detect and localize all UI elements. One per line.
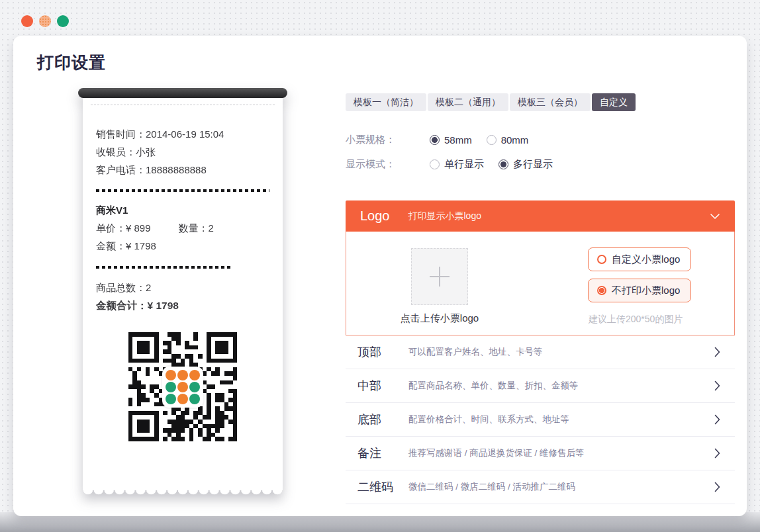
chevron-right-icon — [714, 448, 720, 459]
chevron-right-icon — [714, 380, 720, 391]
settings-panel: 模板一（简洁） 模板二（通用） 模板三（会员） 自定义 小票规格： 58mm 8… — [346, 93, 735, 504]
radio-selected-icon — [597, 286, 606, 295]
upload-hint: 建议上传200*50的图片 — [589, 314, 683, 326]
radio-unselected-icon — [597, 255, 606, 264]
radio-single-line[interactable]: 单行显示 — [430, 158, 484, 171]
green-dot-icon — [166, 394, 176, 404]
display-mode-row: 显示模式： 单行显示 多行显示 — [346, 152, 567, 177]
section-row-notes[interactable]: 备注 推荐写感谢语 / 商品退换货保证 / 维修售后等 — [346, 437, 735, 470]
radio-unselected-icon — [430, 159, 440, 169]
logo-section-subtitle: 打印显示小票logo — [408, 210, 481, 222]
section-list: 顶部 可以配置客户姓名、地址、卡号等 中部 配置商品名称、单价、数量、折扣、金额… — [346, 335, 735, 504]
chevron-down-icon[interactable] — [710, 213, 720, 220]
logo-upload-box[interactable] — [411, 248, 468, 305]
receipt-sale-time: 销售时间：2014-06-19 15:04 — [96, 125, 269, 143]
green-dot-icon — [189, 382, 200, 392]
brand-logo-icon — [162, 367, 203, 408]
section-row-top[interactable]: 顶部 可以配置客户姓名、地址、卡号等 — [346, 335, 735, 369]
qr-code — [128, 332, 238, 441]
section-row-middle[interactable]: 中部 配置商品名称、单价、数量、折扣、金额等 — [346, 369, 735, 403]
receipt-price-row: 单价：¥ 899 数量：2 — [96, 219, 269, 237]
plus-icon — [430, 267, 450, 287]
page-title: 打印设置 — [37, 52, 106, 73]
radio-selected-icon — [430, 135, 440, 145]
section-row-qrcode[interactable]: 二维码 微信二维码 / 微店二维码 / 活动推广二维码 — [346, 470, 735, 504]
tab-template-1[interactable]: 模板一（简洁） — [346, 93, 426, 111]
orange-dot-icon — [177, 394, 188, 404]
orange-dot-icon — [177, 382, 188, 392]
receipt-tear-line — [91, 105, 275, 105]
chevron-right-icon — [714, 414, 720, 425]
upload-caption: 点击上传小票logo — [376, 312, 503, 325]
orange-dot-icon — [166, 370, 176, 380]
receipt-phone: 客户电话：18888888888 — [96, 161, 269, 179]
receipt-item-name: 商米V1 — [96, 201, 269, 219]
receipt-paper: 销售时间：2014-06-19 15:04 收银员：小张 客户电话：188888… — [83, 93, 283, 490]
window-zoom-icon[interactable] — [57, 15, 69, 27]
window-minimize-icon[interactable] — [39, 15, 51, 27]
logo-section-title: Logo — [360, 208, 390, 224]
form-rows: 小票规格： 58mm 80mm 显示模式： 单行显示 多行显示 — [346, 128, 567, 177]
receipt-divider — [96, 189, 269, 192]
radio-multi-line[interactable]: 多行显示 — [499, 158, 553, 171]
window-close-icon[interactable] — [21, 15, 33, 27]
window-traffic-lights — [21, 15, 69, 27]
display-mode-label: 显示模式： — [346, 158, 430, 171]
orange-dot-icon — [189, 370, 200, 380]
option-custom-logo[interactable]: 自定义小票logo — [588, 247, 691, 271]
tab-template-2[interactable]: 模板二（通用） — [428, 93, 508, 111]
radio-unselected-icon — [487, 135, 497, 145]
printer-slot — [78, 88, 287, 98]
receipt-total-count: 商品总数：2 — [96, 279, 269, 296]
chevron-right-icon — [714, 482, 720, 492]
radio-58mm[interactable]: 58mm — [430, 134, 472, 146]
tab-template-3[interactable]: 模板三（会员） — [510, 93, 591, 111]
paper-spec-row: 小票规格： 58mm 80mm — [346, 128, 567, 152]
section-row-bottom[interactable]: 底部 配置价格合计、时间、联系方式、地址等 — [346, 403, 735, 437]
template-tabs: 模板一（简洁） 模板二（通用） 模板三（会员） 自定义 — [346, 93, 636, 111]
tab-custom[interactable]: 自定义 — [592, 93, 636, 111]
chevron-right-icon — [714, 347, 720, 357]
receipt-total-amount: 金额合计：¥ 1798 — [96, 296, 269, 314]
receipt-cashier: 收银员：小张 — [96, 143, 269, 161]
print-settings-window: 打印设置 销售时间：2014-06-19 15:04 收银员：小张 客户电话：1… — [13, 36, 747, 516]
logo-section-body: 点击上传小票logo 自定义小票logo 不打印小票logo 建议上传200*5… — [346, 232, 735, 335]
radio-selected-icon — [499, 159, 508, 169]
radio-80mm[interactable]: 80mm — [487, 134, 529, 146]
green-dot-icon — [189, 394, 200, 404]
option-no-logo[interactable]: 不打印小票logo — [588, 279, 691, 302]
receipt-preview: 销售时间：2014-06-19 15:04 收银员：小张 客户电话：188888… — [78, 88, 287, 502]
green-dot-icon — [166, 382, 176, 392]
logo-section-header[interactable]: Logo 打印显示小票logo — [346, 200, 735, 232]
paper-spec-label: 小票规格： — [346, 134, 430, 146]
receipt-divider — [96, 266, 232, 269]
receipt-amount: 金额：¥ 1798 — [96, 237, 269, 255]
orange-dot-icon — [177, 370, 188, 380]
